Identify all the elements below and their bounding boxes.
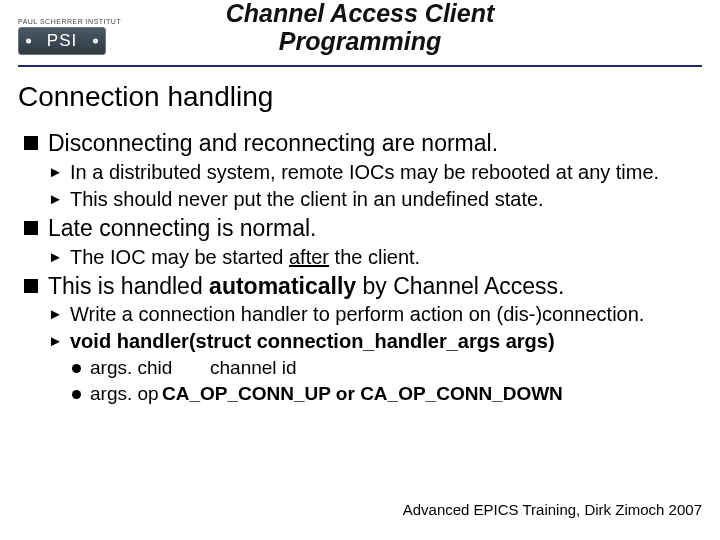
logo-dot-right-icon [93, 39, 98, 44]
slide-header: PAUL SCHERRER INSTITUT PSI Channel Acces… [0, 0, 720, 59]
logo-institute-text: PAUL SCHERRER INSTITUT [18, 18, 121, 25]
slide-body: Connection handling Disconnecting and re… [0, 67, 720, 406]
text-bold: automatically [209, 273, 356, 299]
bullet-1: Disconnecting and reconnecting are norma… [24, 129, 702, 158]
text: The IOC may be started [70, 246, 289, 268]
bullet-3: This is handled automatically by Channel… [24, 272, 702, 301]
bullet-3-sub-1: Write a connection handler to perform ac… [48, 302, 702, 327]
text: the client. [329, 246, 420, 268]
section-heading: Connection handling [18, 81, 702, 113]
logo-mark-text: PSI [47, 31, 77, 50]
field-desc: CA_OP_CONN_UP or CA_OP_CONN_DOWN [162, 382, 563, 406]
text: by Channel Access. [356, 273, 564, 299]
bullet-2-sub-1: The IOC may be started after the client. [48, 245, 702, 270]
bullet-1-sub-2: This should never put the client in an u… [48, 187, 702, 212]
psi-logo: PAUL SCHERRER INSTITUT PSI [18, 18, 121, 55]
bullet-2: Late connecting is normal. [24, 214, 702, 243]
field-name: args. op [90, 382, 162, 406]
field-name: args. chid [90, 356, 210, 380]
text: This is handled [48, 273, 209, 299]
bullet-1-sub-1: In a distributed system, remote IOCs may… [48, 160, 702, 185]
text-underlined: after [289, 246, 329, 268]
logo-dot-left-icon [26, 39, 31, 44]
field-desc: channel id [210, 356, 297, 380]
bullet-3-sub-2: void handler(struct connection_handler_a… [48, 329, 702, 354]
bullet-3-detail-1: args. chidchannel id [72, 356, 702, 380]
code-signature: void handler(struct connection_handler_a… [70, 330, 555, 352]
bullet-3-detail-2: args. opCA_OP_CONN_UP or CA_OP_CONN_DOWN [72, 382, 702, 406]
logo-mark: PSI [18, 27, 106, 55]
footer-credit: Advanced EPICS Training, Dirk Zimoch 200… [0, 501, 720, 518]
